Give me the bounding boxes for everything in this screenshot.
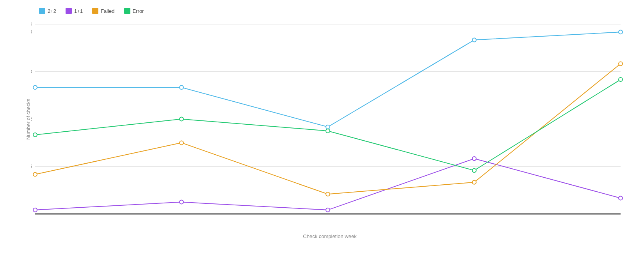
svg-point-36 xyxy=(326,129,330,133)
svg-point-27 xyxy=(472,157,476,161)
svg-point-21 xyxy=(326,125,330,129)
legend-color-failed xyxy=(92,8,98,14)
svg-point-24 xyxy=(33,208,37,212)
svg-text:23: 23 xyxy=(31,29,32,35)
svg-text:18: 18 xyxy=(31,69,32,74)
legend-label-failed: Failed xyxy=(101,8,114,14)
y-axis-label: Number of checks xyxy=(25,99,31,139)
legend-label-1plus1: 1+1 xyxy=(74,8,83,14)
legend-item-2plus2: 2+2 xyxy=(39,8,56,14)
svg-point-37 xyxy=(472,168,476,172)
svg-point-23 xyxy=(619,30,623,34)
svg-point-34 xyxy=(33,133,37,137)
legend-color-1plus1 xyxy=(66,8,72,14)
chart-container: 2+2 1+1 Failed Error Number of checks Ch… xyxy=(0,0,644,256)
legend-item-1plus1: 1+1 xyxy=(66,8,83,14)
svg-text:12: 12 xyxy=(31,117,32,122)
legend-color-error xyxy=(124,8,130,14)
svg-point-22 xyxy=(472,38,476,42)
x-axis-label: Check completion week xyxy=(303,233,356,239)
legend-item-error: Error xyxy=(124,8,144,14)
legend-label-2plus2: 2+2 xyxy=(48,8,56,14)
svg-point-26 xyxy=(326,208,330,212)
svg-text:24: 24 xyxy=(31,21,32,27)
svg-point-38 xyxy=(619,78,623,81)
chart-svg: 6121824612182323 Sep30 Sep7 Oct14 Oct21 … xyxy=(31,20,628,218)
svg-point-19 xyxy=(33,85,37,89)
svg-text:6: 6 xyxy=(31,164,32,169)
chart-area: Number of checks Check completion week 6… xyxy=(31,20,628,218)
svg-point-32 xyxy=(472,180,476,184)
svg-point-31 xyxy=(326,192,330,196)
svg-point-35 xyxy=(180,117,183,121)
svg-point-30 xyxy=(180,141,183,145)
legend-color-2plus2 xyxy=(39,8,45,14)
svg-point-25 xyxy=(180,200,183,204)
svg-point-29 xyxy=(33,173,37,177)
svg-point-28 xyxy=(619,196,623,200)
legend-item-failed: Failed xyxy=(92,8,114,14)
svg-point-33 xyxy=(619,62,623,65)
svg-point-20 xyxy=(180,85,183,89)
legend-label-error: Error xyxy=(133,8,144,14)
chart-legend: 2+2 1+1 Failed Error xyxy=(31,8,628,14)
